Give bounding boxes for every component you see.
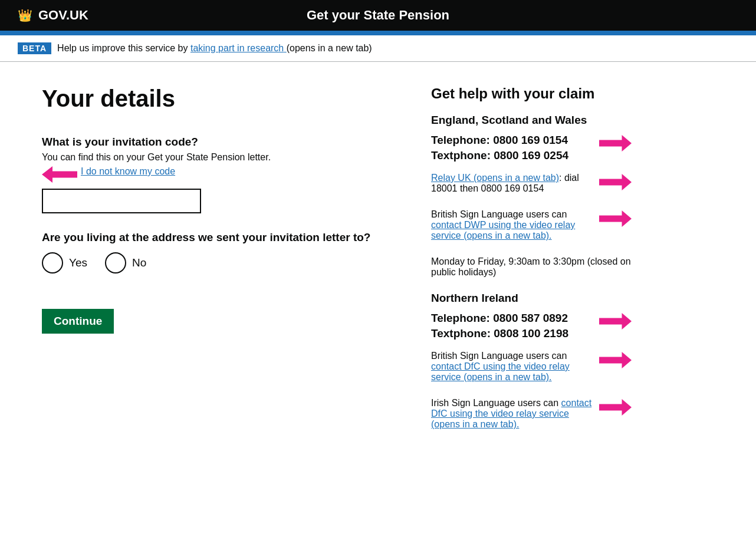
bsl-dfc-row: British Sign Language users can contact … bbox=[431, 351, 632, 390]
beta-banner: BETA Help us improve this service by tak… bbox=[0, 35, 756, 62]
radio-yes-option[interactable]: Yes bbox=[42, 252, 87, 274]
radio-no-option[interactable]: No bbox=[105, 252, 146, 274]
radio-no-input[interactable] bbox=[105, 252, 126, 274]
ni-phone-row: Telephone: 0800 587 0892 Textphone: 0808… bbox=[431, 312, 632, 342]
address-question-label: Are you living at the address we sent yo… bbox=[42, 231, 396, 244]
isl-content: Irish Sign Language users can contact Df… bbox=[431, 398, 593, 437]
radio-yes-label: Yes bbox=[69, 256, 87, 269]
main-container: Your details What is your invitation cod… bbox=[24, 62, 732, 474]
logo-text: GOV.UK bbox=[38, 8, 88, 23]
dont-know-code-link[interactable]: I do not know my code bbox=[81, 166, 175, 177]
ni-region-title: Northern Ireland bbox=[431, 292, 632, 305]
radio-options: Yes No bbox=[42, 252, 396, 279]
relay-uk-link[interactable]: Relay UK (opens in a new tab) bbox=[431, 173, 559, 183]
crown-icon: 👑 bbox=[18, 8, 32, 22]
bsl-dfc-link[interactable]: contact DfC using the video relay servic… bbox=[431, 361, 570, 382]
header-title: Get your State Pension bbox=[307, 8, 449, 23]
england-section: England, Scotland and Wales Telephone: 0… bbox=[431, 114, 632, 278]
england-phone-row: Telephone: 0800 169 0154 Textphone: 0800… bbox=[431, 134, 632, 164]
right-sidebar: Get help with your claim England, Scotla… bbox=[431, 85, 632, 451]
relay-uk-row: Relay UK (opens in a new tab): dial 1800… bbox=[431, 173, 632, 201]
invitation-code-label: What is your invitation code? bbox=[42, 136, 396, 149]
invitation-code-group: What is your invitation code? You can fi… bbox=[42, 136, 396, 213]
england-phone-arrow-icon bbox=[599, 135, 632, 151]
relay-uk-arrow-icon bbox=[599, 174, 632, 190]
bsl-dfc-text: British Sign Language users can contact … bbox=[431, 351, 593, 383]
isl-arrow-icon bbox=[599, 399, 632, 416]
beta-research-link[interactable]: taking part in research bbox=[190, 43, 287, 53]
page-title: Your details bbox=[42, 85, 396, 112]
england-textphone: Textphone: 0800 169 0254 bbox=[431, 149, 593, 162]
continue-button[interactable]: Continue bbox=[42, 309, 114, 334]
beta-prefix: Help us improve this service by bbox=[57, 43, 188, 53]
bsl-dwp-link[interactable]: contact DWP using the video relay servic… bbox=[431, 220, 575, 240]
address-question-group: Are you living at the address we sent yo… bbox=[42, 231, 396, 279]
radio-no-label: No bbox=[132, 256, 146, 269]
england-telephone: Telephone: 0800 169 0154 bbox=[431, 134, 593, 147]
ni-textphone: Textphone: 0808 100 2198 bbox=[431, 327, 593, 340]
relay-text: Relay UK (opens in a new tab): dial 1800… bbox=[431, 173, 593, 194]
beta-suffix: (opens in a new tab) bbox=[287, 43, 372, 53]
left-arrow-icon bbox=[42, 166, 77, 183]
isl-row: Irish Sign Language users can contact Df… bbox=[431, 398, 632, 437]
england-region-title: England, Scotland and Wales bbox=[431, 114, 632, 127]
invitation-code-input[interactable] bbox=[42, 189, 201, 213]
bsl-dwp-arrow-icon bbox=[599, 210, 632, 227]
beta-text: Help us improve this service by taking p… bbox=[57, 43, 372, 54]
bsl-dwp-content: British Sign Language users can contact … bbox=[431, 209, 593, 248]
invitation-code-hint: You can find this on your Get your State… bbox=[42, 152, 396, 163]
ni-phone-arrow-icon bbox=[599, 313, 632, 329]
northern-ireland-section: Northern Ireland Telephone: 0800 587 089… bbox=[431, 292, 632, 437]
dont-know-code-row: I do not know my code bbox=[42, 166, 396, 183]
sidebar-title: Get help with your claim bbox=[431, 85, 632, 102]
ni-phone-content: Telephone: 0800 587 0892 Textphone: 0808… bbox=[431, 312, 593, 342]
relay-uk-content: Relay UK (opens in a new tab): dial 1800… bbox=[431, 173, 593, 201]
bsl-dfc-content: British Sign Language users can contact … bbox=[431, 351, 593, 390]
left-content: Your details What is your invitation cod… bbox=[42, 85, 396, 451]
progress-bar-container bbox=[0, 31, 756, 35]
england-hours: Monday to Friday, 9:30am to 3:30pm (clos… bbox=[431, 256, 632, 278]
site-header: 👑 GOV.UK Get your State Pension bbox=[0, 0, 756, 31]
england-phone-content: Telephone: 0800 169 0154 Textphone: 0800… bbox=[431, 134, 593, 164]
radio-yes-input[interactable] bbox=[42, 252, 63, 274]
bsl-dfc-arrow-icon bbox=[599, 352, 632, 368]
bsl-dwp-row: British Sign Language users can contact … bbox=[431, 209, 632, 248]
isl-text: Irish Sign Language users can contact Df… bbox=[431, 398, 593, 430]
ni-telephone: Telephone: 0800 587 0892 bbox=[431, 312, 593, 325]
gov-uk-logo[interactable]: 👑 GOV.UK bbox=[18, 8, 88, 23]
progress-bar-fill bbox=[0, 31, 756, 35]
beta-tag: BETA bbox=[18, 42, 51, 54]
bsl-dwp-text: British Sign Language users can contact … bbox=[431, 209, 593, 241]
